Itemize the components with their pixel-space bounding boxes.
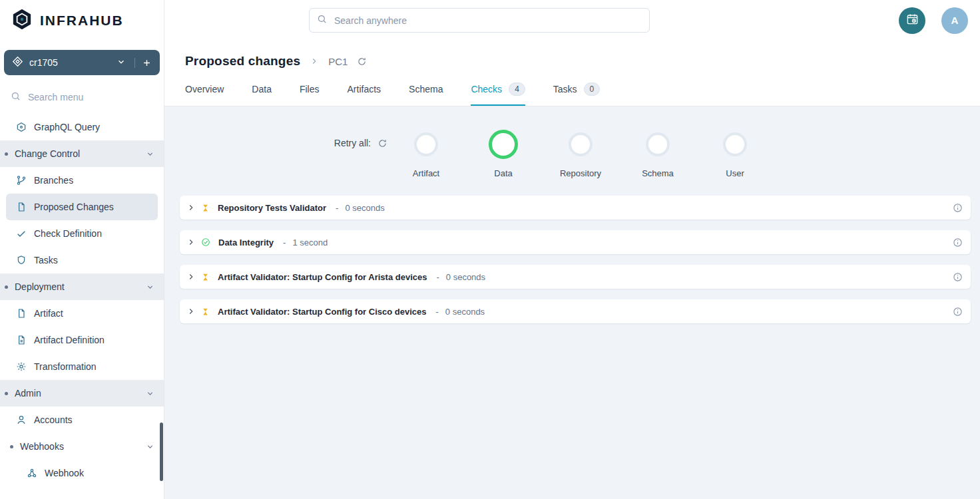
sidebar-item-label: Transformation (34, 361, 97, 372)
branch-diamond-icon (12, 56, 23, 69)
success-check-icon (201, 238, 210, 247)
sidebar-group-label: Webhooks (20, 441, 64, 452)
sidebar-item-artifact[interactable]: Artifact (0, 300, 164, 327)
separator: - (283, 238, 286, 248)
page-title: Proposed changes (185, 54, 300, 69)
sidebar-item-label: Artifact (34, 308, 63, 319)
validator-ring-repository[interactable]: Repository (542, 125, 619, 178)
retry-all-button[interactable] (377, 138, 387, 148)
tab-badge: 4 (509, 83, 525, 96)
sidebar-item-label: Artifact Definition (34, 335, 105, 345)
sidebar-group-webhooks[interactable]: Webhooks (0, 433, 164, 460)
search-icon (317, 14, 327, 27)
check-name: Artifact Validator: Startup Config for A… (218, 272, 427, 282)
branch-selector[interactable]: cr1705 (4, 50, 160, 75)
check-row-repository-tests-validator[interactable]: Repository Tests Validator - 0 seconds (180, 196, 971, 220)
refresh-button[interactable] (357, 57, 367, 67)
sidebar-item-label: Tasks (34, 255, 58, 265)
info-icon[interactable] (953, 203, 963, 213)
info-icon[interactable] (953, 307, 963, 317)
chevron-down-icon (146, 150, 154, 158)
chevron-down-icon (146, 283, 154, 291)
check-duration: 0 seconds (445, 307, 485, 317)
tab-artifacts[interactable]: Artifacts (348, 83, 381, 106)
sidebar-item-artifact-definition[interactable]: Artifact Definition (0, 327, 164, 353)
sidebar-scrollbar[interactable] (160, 422, 163, 481)
sidebar-group-deployment[interactable]: Deployment (0, 273, 164, 300)
check-row-data-integrity[interactable]: Data Integrity - 1 second (180, 230, 971, 254)
tab-checks[interactable]: Checks 4 (471, 83, 525, 106)
tab-files[interactable]: Files (300, 83, 320, 106)
sidebar-item-transformation[interactable]: Transformation (0, 353, 164, 380)
global-search-input[interactable] (333, 15, 642, 27)
expand-chevron-icon[interactable] (186, 307, 196, 316)
check-list: Repository Tests Validator - 0 seconds D… (180, 196, 971, 323)
tab-schema[interactable]: Schema (409, 83, 443, 106)
info-icon[interactable] (953, 238, 963, 248)
global-search (309, 8, 650, 33)
validator-ring-data[interactable]: Data (465, 125, 542, 178)
tab-label: Data (252, 84, 272, 94)
progress-ring (646, 132, 670, 156)
branch-name: cr1705 (29, 57, 58, 68)
sidebar-item-label: GraphQL Query (34, 122, 100, 132)
expand-chevron-icon[interactable] (186, 272, 196, 281)
progress-ring (569, 132, 593, 156)
check-name: Artifact Validator: Startup Config for C… (218, 307, 427, 317)
sidebar-group-label: Admin (15, 388, 41, 399)
check-row-artifact-validator-arista[interactable]: Artifact Validator: Startup Config for A… (180, 265, 971, 289)
bullet-icon (5, 152, 8, 156)
validator-ring-user[interactable]: User (696, 125, 774, 178)
check-duration: 0 seconds (345, 203, 384, 213)
infrahub-logo[interactable]: INFRAHUB (0, 0, 164, 41)
app-root: INFRAHUB cr1705 (0, 0, 980, 499)
sidebar-item-tasks[interactable]: Tasks (0, 247, 164, 273)
sidebar-item-accounts[interactable]: Accounts (0, 407, 164, 433)
add-branch-button[interactable] (134, 58, 152, 68)
user-avatar[interactable]: A (941, 7, 968, 34)
menu-search-input[interactable] (27, 91, 153, 103)
validator-ring-schema[interactable]: Schema (619, 125, 696, 178)
bullet-icon (5, 392, 8, 395)
chevron-right-icon (310, 57, 319, 66)
sidebar-item-branches[interactable]: Branches (0, 167, 164, 194)
progress-ring (414, 132, 438, 156)
webhook-icon (27, 468, 37, 478)
topbar: A (164, 0, 980, 41)
sidebar-item-proposed-changes[interactable]: Proposed Changes (6, 194, 158, 220)
calendar-clock-icon (906, 13, 919, 28)
pending-hourglass-icon (201, 204, 210, 212)
sidebar-item-webhook[interactable]: Webhook (0, 460, 164, 486)
expand-chevron-icon[interactable] (186, 203, 196, 212)
tab-overview[interactable]: Overview (185, 83, 224, 106)
main-area: A Proposed changes PC1 Overview Data Fil… (164, 0, 980, 499)
schedule-button[interactable] (899, 7, 925, 34)
sidebar-group-admin[interactable]: Admin (0, 380, 164, 407)
expand-chevron-icon[interactable] (186, 238, 196, 247)
separator: - (336, 203, 338, 213)
sidebar-item-check-definition[interactable]: Check Definition (0, 220, 164, 247)
sidebar-item-label: Check Definition (34, 228, 102, 239)
sidebar-group-change-control[interactable]: Change Control (0, 140, 164, 167)
sidebar: INFRAHUB cr1705 (0, 0, 164, 499)
validators-row: Retry all: Artifact Data Repository (180, 125, 971, 178)
infrahub-logo-icon (11, 7, 33, 34)
validator-ring-artifact[interactable]: Artifact (387, 125, 465, 178)
ring-label: User (726, 168, 744, 178)
check-row-artifact-validator-cisco[interactable]: Artifact Validator: Startup Config for C… (180, 299, 971, 323)
chevron-down-icon (146, 442, 154, 451)
pending-hourglass-icon (201, 307, 210, 316)
check-duration: 0 seconds (446, 272, 485, 282)
tab-label: Files (300, 84, 320, 94)
sidebar-item-graphql-query[interactable]: GraphQL Query (0, 114, 164, 140)
breadcrumb-current: PC1 (328, 56, 348, 67)
progress-ring (489, 130, 518, 159)
tab-label: Overview (185, 84, 224, 94)
progress-ring (723, 132, 747, 156)
chevron-down-icon (146, 389, 154, 398)
info-icon[interactable] (953, 272, 963, 282)
tab-tasks[interactable]: Tasks 0 (553, 83, 600, 106)
tab-label: Tasks (553, 84, 577, 94)
tab-data[interactable]: Data (252, 83, 272, 106)
bullet-icon (5, 285, 8, 289)
